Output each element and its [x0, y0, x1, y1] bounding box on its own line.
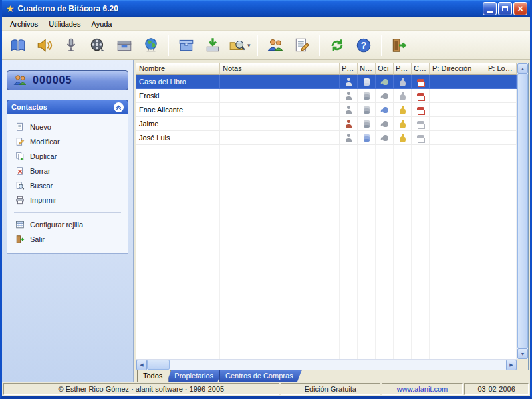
shop-icon [416, 134, 425, 142]
column-header-neg[interactable]: Neg [358, 63, 376, 75]
record-counter: 000005 [7, 70, 128, 90]
dropdown-arrow-icon[interactable]: ▾ [247, 42, 251, 49]
close-button[interactable]: × [513, 2, 527, 15]
db-icon [362, 92, 371, 100]
sidebar-item-borrar[interactable]: Borrar [7, 164, 128, 178]
db-icon [362, 106, 371, 114]
status-copyright: © Esther Rico Gómez · alanit software · … [3, 383, 279, 395]
toolbar-separator [257, 35, 258, 56]
bag-icon [398, 106, 407, 114]
grid-empty-area [136, 145, 517, 359]
scroll-right-icon[interactable]: ▶ [506, 360, 517, 370]
column-header-pers[interactable]: Pers [340, 63, 358, 75]
cell-oci [376, 117, 394, 131]
film-button[interactable] [84, 33, 111, 58]
book-button[interactable] [5, 33, 31, 58]
contacts-button[interactable] [262, 33, 289, 58]
minimize-button[interactable] [483, 2, 497, 15]
table-row[interactable]: Jaime [136, 117, 517, 131]
sidebar-item-imprimir[interactable]: Imprimir [7, 193, 128, 207]
db-icon [362, 134, 371, 142]
collapse-panel-button[interactable] [114, 102, 124, 112]
sidebar-item-buscar[interactable]: Buscar [7, 178, 128, 193]
record-count: 000005 [33, 74, 72, 86]
cell-direccion [430, 117, 485, 131]
import-button[interactable] [200, 33, 226, 58]
cell-localidad [485, 131, 517, 145]
column-header-con[interactable]: Con [412, 63, 430, 75]
table-row[interactable]: Casa del Libro [136, 75, 517, 89]
notes-button[interactable] [289, 33, 315, 58]
horizontal-scrollbar[interactable]: ◀ ▶ [136, 359, 517, 370]
cell-nombre: Jaime [136, 117, 220, 131]
sidebar-item-salir[interactable]: Salir [7, 232, 128, 247]
exit-button[interactable] [386, 33, 412, 58]
scrollbar-corner [517, 359, 528, 370]
scroll-left-icon[interactable]: ◀ [136, 360, 147, 370]
cell-oci [376, 89, 394, 103]
audio-button[interactable] [31, 33, 58, 58]
sidebar-item-label: Imprimir [30, 196, 57, 204]
menu-ayuda[interactable]: Ayuda [86, 18, 118, 30]
toolbar-separator [168, 35, 169, 56]
sidebar-item-modificar[interactable]: Modificar [7, 134, 128, 149]
refresh-button[interactable] [324, 33, 350, 58]
scroll-up-icon[interactable]: ▲ [517, 63, 528, 74]
tab-todos[interactable]: Todos [137, 370, 171, 382]
person-icon [344, 78, 353, 86]
contacts-icon [267, 37, 284, 54]
menu-archivos[interactable]: Archivos [5, 18, 43, 30]
search-button[interactable]: ▾ [226, 33, 253, 58]
sidebar-item-label: Salir [30, 235, 45, 243]
sidebar-item-nuevo[interactable]: Nuevo [7, 120, 128, 134]
status-website-link[interactable]: www.alanit.com [382, 383, 463, 395]
horizontal-scroll-thumb[interactable] [147, 360, 170, 370]
column-header-loc[interactable]: P: Localidad [485, 63, 517, 75]
hand-icon [380, 78, 389, 86]
scroll-down-icon[interactable]: ▼ [517, 348, 528, 359]
microphone-icon [63, 37, 80, 54]
cell-pers [340, 103, 358, 117]
titlebar: ★ Cuaderno de Bitácora 6.20 × [2, 0, 530, 17]
content: 000005 Contactos NuevoModificarDuplicarB… [2, 60, 530, 382]
statusbar: © Esther Rico Gómez · alanit software · … [2, 382, 530, 396]
sidebar-item-configurar-rejilla[interactable]: Configurar rejilla [7, 217, 128, 232]
table-row[interactable]: Fnac Alicante [136, 103, 517, 117]
column-header-notas[interactable]: Notas [220, 63, 340, 75]
cell-oci [376, 75, 394, 89]
maximize-button[interactable] [498, 2, 512, 15]
microphone-button[interactable] [58, 33, 84, 58]
package-button[interactable] [173, 33, 200, 58]
archive-button[interactable] [111, 33, 138, 58]
sidebar-item-duplicar[interactable]: Duplicar [7, 149, 128, 164]
hand-icon [380, 134, 389, 142]
archive-icon [116, 37, 133, 54]
tab-centros-de-compras[interactable]: Centros de Compras [219, 370, 302, 382]
person-icon [344, 92, 353, 100]
notes-icon [293, 37, 311, 54]
person-icon [344, 120, 353, 128]
tab-propietarios[interactable]: Propietarios [168, 370, 222, 382]
copy-icon [15, 152, 25, 161]
cell-notas [220, 103, 340, 117]
person-icon [344, 134, 353, 142]
column-header-dir[interactable]: P: Dirección [430, 63, 485, 75]
help-button[interactable]: ? [350, 33, 377, 58]
vertical-scrollbar[interactable]: ▲ ▼ [517, 63, 528, 359]
column-header-nombre[interactable]: Nombre [136, 63, 220, 75]
menu-utilidades[interactable]: Utilidades [43, 18, 86, 30]
table-row[interactable]: Eroski [136, 89, 517, 103]
column-header-prop[interactable]: Prop [394, 63, 412, 75]
shop-icon [416, 120, 425, 128]
horizontal-scroll-track[interactable] [170, 360, 506, 370]
vertical-scroll-thumb[interactable] [517, 74, 528, 348]
cell-prop [394, 75, 412, 89]
audio-icon [36, 37, 53, 54]
vertical-scroll-track[interactable] [517, 74, 528, 348]
cell-notas [220, 117, 340, 131]
table-row[interactable]: José Luis [136, 131, 517, 145]
cell-localidad [485, 117, 517, 131]
contacts-panel-header[interactable]: Contactos [7, 100, 128, 114]
column-header-oci[interactable]: Oci [376, 63, 394, 75]
globe-button[interactable] [138, 33, 164, 58]
